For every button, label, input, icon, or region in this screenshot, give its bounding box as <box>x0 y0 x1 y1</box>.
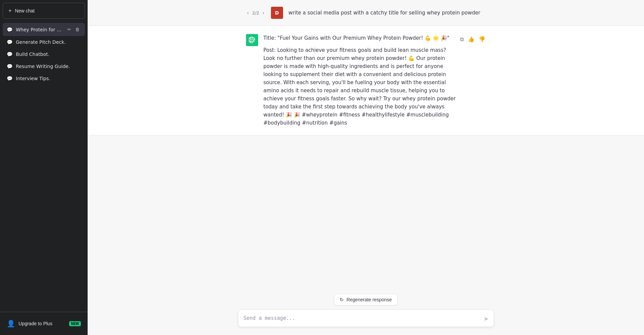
empty-area <box>88 135 644 289</box>
sidebar-item-label-5: Interview Tips. <box>16 76 81 81</box>
sidebar-item-interview-tips[interactable]: 💬 Interview Tips. <box>3 72 85 85</box>
user-message-text: write a social media post with a catchy … <box>288 7 486 17</box>
sidebar-item-label-4: Resume Writing Guide. <box>16 64 81 69</box>
chat-bubble-icon-3: 💬 <box>7 52 12 57</box>
regenerate-icon: ↻ <box>340 297 344 302</box>
next-message-button[interactable]: › <box>261 9 266 16</box>
message-nav-label: 2/2 <box>252 10 259 15</box>
thumbs-down-button[interactable]: 👎 <box>478 35 486 43</box>
prev-message-button[interactable]: ‹ <box>246 9 250 16</box>
sidebar: + New chat 💬 Whey Protein for Gains. ✏ 🗑… <box>0 0 88 335</box>
sidebar-item-label: Whey Protein for Gains. <box>16 27 63 32</box>
delete-chat-button[interactable]: 🗑 <box>74 26 81 33</box>
input-area: ➤ <box>238 309 494 328</box>
chat-bubble-icon-2: 💬 <box>7 39 12 45</box>
sidebar-item-label-2: Generate Pitch Deck. <box>16 39 81 45</box>
sidebar-item-build-chatbot[interactable]: 💬 Build Chatbot. <box>3 48 85 60</box>
message-input[interactable] <box>238 309 494 327</box>
new-chat-button[interactable]: + New chat <box>3 3 85 19</box>
ai-message-row: Title: "Fuel Your Gains with Our Premium… <box>88 26 644 135</box>
sidebar-item-label-3: Build Chatbot. <box>16 52 81 57</box>
new-chat-label: New chat <box>15 8 34 13</box>
user-message-row: ‹ 2/2 › D write a social media post with… <box>88 0 644 26</box>
main-content: ‹ 2/2 › D write a social media post with… <box>88 0 644 335</box>
chat-item-actions: ✏ 🗑 <box>66 26 81 33</box>
user-message-content: ‹ 2/2 › D write a social media post with… <box>238 7 494 19</box>
nav-current: 2 <box>252 10 255 15</box>
nav-total: 2 <box>256 10 259 15</box>
user-circle-icon: 👤 <box>7 320 15 328</box>
ai-message-actions: ⧉ 👍 👎 <box>459 34 486 43</box>
chat-bubble-icon-4: 💬 <box>7 64 12 69</box>
copy-button[interactable]: ⧉ <box>459 35 464 43</box>
ai-response-title: Title: "Fuel Your Gains with Our Premium… <box>264 34 459 42</box>
sidebar-item-generate-pitch-deck[interactable]: 💬 Generate Pitch Deck. <box>3 36 85 48</box>
chat-bubble-icon: 💬 <box>7 27 12 32</box>
ai-message-body: Title: "Fuel Your Gains with Our Premium… <box>264 34 486 127</box>
ai-avatar <box>246 34 258 46</box>
regenerate-response-button[interactable]: ↻ Regenerate response <box>334 294 398 305</box>
user-avatar: D <box>271 7 283 19</box>
upgrade-to-plus-button[interactable]: 👤 Upgrade to Plus NEW <box>3 316 85 331</box>
send-icon: ➤ <box>484 315 489 322</box>
sidebar-nav: 💬 Whey Protein for Gains. ✏ 🗑 💬 Generate… <box>0 22 88 312</box>
upgrade-label: Upgrade to Plus <box>19 321 52 326</box>
edit-chat-button[interactable]: ✏ <box>66 26 72 33</box>
new-badge: NEW <box>69 321 81 326</box>
ai-message-text: Title: "Fuel Your Gains with Our Premium… <box>264 34 459 127</box>
plus-icon: + <box>8 8 11 14</box>
navigation-controls: ‹ 2/2 › <box>246 7 266 16</box>
thumbs-up-button[interactable]: 👍 <box>467 35 475 43</box>
chat-bubble-icon-5: 💬 <box>7 76 12 81</box>
bottom-area: ↻ Regenerate response ➤ <box>88 289 644 335</box>
sidebar-item-resume-writing-guide[interactable]: 💬 Resume Writing Guide. <box>3 60 85 72</box>
sidebar-item-whey-protein[interactable]: 💬 Whey Protein for Gains. ✏ 🗑 <box>3 23 85 36</box>
sidebar-footer: 👤 Upgrade to Plus NEW <box>0 312 88 335</box>
ai-response-body: Post: Looking to achieve your fitness go… <box>264 46 459 127</box>
ai-message-content: Title: "Fuel Your Gains with Our Premium… <box>238 34 494 127</box>
regenerate-label: Regenerate response <box>346 297 392 302</box>
chat-container: ‹ 2/2 › D write a social media post with… <box>88 0 644 289</box>
send-button[interactable]: ➤ <box>482 314 490 324</box>
